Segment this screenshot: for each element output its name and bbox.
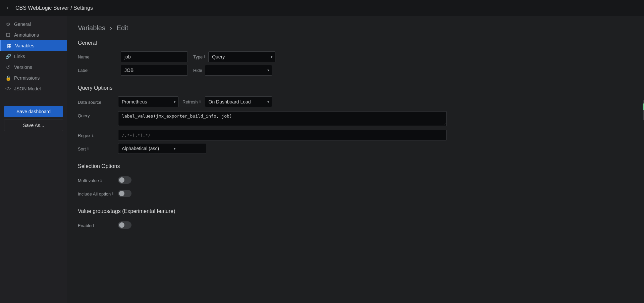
regex-info-icon[interactable]: ℹ [92,133,94,138]
page-header: Variables › Edit [78,24,447,32]
multi-value-info-icon[interactable]: ℹ [100,178,102,183]
regex-row: Regex ℹ [78,130,447,140]
hide-label: Hide [193,68,202,73]
type-info-icon[interactable]: ℹ [204,54,206,59]
general-section: General Name Type ℹ Query Custom Text bo… [78,40,447,76]
sort-label: Sort ℹ [78,146,118,152]
type-select[interactable]: Query Custom Text box Constant Data sour… [208,51,275,62]
refresh-info-icon[interactable]: ℹ [199,99,201,104]
scrollbar-indicator [643,100,644,120]
regex-input[interactable] [118,130,447,140]
sort-row: Sort ℹ Disabled Alphabetical (asc) Alpha… [78,143,447,154]
sidebar-item-label: Links [14,54,25,59]
refresh-select[interactable]: Never On Dashboard Load On Time Range Ch… [205,96,272,107]
topbar-title: CBS WebLogic Server / Settings [15,5,93,11]
content-area: Variables › Edit General Name Type ℹ [67,16,644,303]
general-icon: ⚙ [5,21,11,27]
sidebar-item-label: Variables [15,43,34,48]
enabled-toggle-wrapper [118,221,131,229]
query-textarea[interactable]: label_values(jmx_exporter_build_info, jo… [118,111,447,126]
general-section-title: General [78,40,447,46]
enabled-row: Enabled [78,220,447,230]
datasource-select[interactable]: Prometheus -- Grafana -- [118,96,178,107]
sidebar-item-variables[interactable]: ▦ Variables [0,40,67,51]
breadcrumb-separator: › [110,24,112,32]
refresh-label: Refresh ℹ [182,99,201,104]
topbar: ← CBS WebLogic Server / Settings [0,0,644,16]
selection-options-section: Selection Options Multi-value ℹ [78,163,447,199]
annotations-icon: ☐ [5,32,11,38]
sidebar-item-versions[interactable]: ↺ Versions [0,62,67,73]
breadcrumb-parent: Variables [78,24,105,32]
breadcrumb-current: Edit [117,24,128,32]
sort-select[interactable]: Disabled Alphabetical (asc) Alphabetical… [118,143,206,154]
include-all-toggle[interactable] [118,190,131,197]
sidebar-item-label: Permissions [14,75,40,81]
json-model-icon: </> [5,86,11,91]
multi-value-toggle[interactable] [118,176,131,184]
multi-value-label: Multi-value ℹ [78,177,118,183]
value-groups-section: Value groups/tags (Experimental feature)… [78,208,447,230]
query-options-title: Query Options [78,85,447,91]
variables-icon: ▦ [6,43,12,48]
label-input[interactable] [121,65,188,76]
enabled-toggle[interactable] [118,221,131,229]
sidebar-item-annotations[interactable]: ☐ Annotations [0,30,67,40]
sidebar-item-label: General [14,21,31,27]
sidebar-item-label: Annotations [14,32,39,38]
sidebar-item-links[interactable]: 🔗 Links [0,51,67,62]
back-button[interactable]: ← [5,4,11,11]
name-input[interactable] [121,51,188,62]
multi-value-toggle-wrapper [118,176,131,184]
query-row: Query label_values(jmx_exporter_build_in… [78,110,447,127]
datasource-row: Data source Prometheus -- Grafana -- Ref… [78,96,447,107]
sidebar-item-general[interactable]: ⚙ General [0,19,67,30]
regex-label: Regex ℹ [78,132,118,138]
save-as-button[interactable]: Save As... [4,120,63,131]
type-label: Type ℹ [193,54,206,59]
links-icon: 🔗 [5,54,11,59]
name-label: Name [78,54,118,59]
sort-info-icon[interactable]: ℹ [87,146,89,151]
datasource-label: Data source [78,99,118,105]
include-all-info-icon[interactable]: ℹ [112,191,114,196]
multi-value-row: Multi-value ℹ [78,175,447,185]
selection-options-title: Selection Options [78,163,447,169]
query-options-section: Query Options Data source Prometheus -- … [78,85,447,154]
scrollbar-thumb [643,103,644,110]
value-groups-title: Value groups/tags (Experimental feature) [78,208,447,214]
include-all-row: Include All option ℹ [78,188,447,199]
sidebar-item-label: Versions [14,64,32,70]
include-all-toggle-wrapper [118,190,131,197]
sidebar-item-json-model[interactable]: </> JSON Model [0,83,67,94]
permissions-icon: 🔒 [5,75,11,81]
save-dashboard-button[interactable]: Save dashboard [4,106,63,117]
sidebar-item-label: JSON Model [14,86,41,91]
sidebar: ⚙ General ☐ Annotations ▦ Variables 🔗 Li… [0,16,67,303]
label-label: Label [78,68,118,73]
query-label: Query [78,111,118,118]
sidebar-item-permissions[interactable]: 🔒 Permissions [0,73,67,83]
hide-select[interactable]: Label Variable [205,65,272,76]
enabled-label: Enabled [78,222,118,228]
include-all-label: Include All option ℹ [78,191,118,197]
versions-icon: ↺ [5,64,11,70]
